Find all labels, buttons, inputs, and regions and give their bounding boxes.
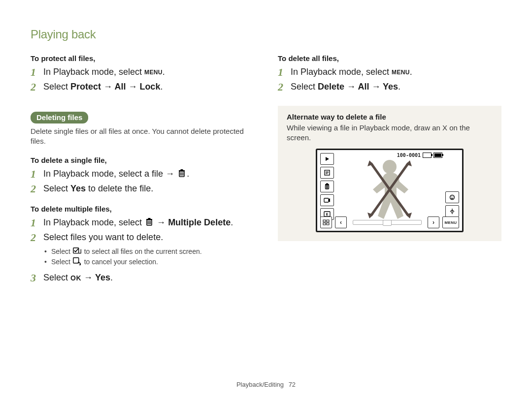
- step-text: .: [231, 217, 233, 227]
- next-icon: ›: [428, 216, 439, 228]
- sub-bullets: Select to select all files on the curren…: [43, 247, 254, 267]
- step-text: .: [398, 82, 400, 92]
- svg-rect-4: [179, 170, 185, 171]
- svg-rect-5: [181, 169, 183, 170]
- bullet-text: Select: [51, 258, 72, 266]
- step-text: Select files you want to delete.: [43, 232, 163, 242]
- page-footer: Playback/Editing 72: [0, 381, 532, 388]
- scrub-bar: [353, 220, 422, 225]
- lcd-menu-icon: MENU: [442, 216, 459, 228]
- cancel-selection-icon: [72, 257, 82, 266]
- step-text: Select: [43, 273, 70, 282]
- step-text: .: [110, 273, 113, 282]
- delete-single-heading: To delete a single file,: [31, 156, 254, 164]
- step-text: In Playback mode, select: [43, 67, 144, 77]
- step-strong: Protect → All → Lock: [70, 82, 160, 92]
- svg-rect-11: [148, 218, 151, 219]
- left-column: To protect all files, In Playback mode, …: [31, 54, 254, 294]
- person-silhouette: [363, 156, 417, 225]
- tip-box: Alternate way to delete a file While vie…: [278, 106, 501, 242]
- footer-page-number: 72: [289, 381, 296, 388]
- svg-rect-10: [146, 219, 152, 220]
- svg-rect-41: [327, 220, 329, 222]
- footer-section: Playback/Editing: [236, 381, 284, 388]
- svg-rect-40: [323, 220, 326, 222]
- step-text: In Playback mode, select: [43, 217, 144, 227]
- svg-rect-43: [327, 223, 329, 225]
- step-text: →: [81, 273, 95, 282]
- tip-heading: Alternate way to delete a file: [287, 113, 493, 121]
- bullet-text: Select: [51, 247, 72, 255]
- bullet-text: to select all files on the current scree…: [82, 247, 202, 255]
- step-strong: Yes: [70, 184, 86, 193]
- step-text: .: [160, 82, 163, 92]
- right-column: To delete all files, In Playback mode, s…: [278, 54, 501, 294]
- bullet-text: to cancel your selection.: [82, 258, 158, 266]
- delete-multi-heading: To delete multiple files,: [31, 205, 254, 213]
- step-strong: Yes: [95, 273, 110, 282]
- lcd-screenshot: 100-0001: [316, 149, 464, 232]
- ok-icon: OK: [70, 274, 81, 282]
- svg-rect-42: [323, 223, 326, 225]
- delete-all-steps: In Playback mode, select MENU. Select De…: [278, 65, 501, 94]
- deleting-files-desc: Delete single files or all files at once…: [31, 126, 254, 147]
- step-text: .: [187, 169, 189, 179]
- step-strong: Multiple Delete: [168, 217, 231, 227]
- protect-all-steps: In Playback mode, select MENU. Select Pr…: [31, 65, 254, 94]
- deleting-files-pill: Deleting files: [31, 112, 88, 123]
- step-text: to delete the file.: [86, 184, 153, 193]
- step-text: →: [154, 217, 168, 227]
- page-header: Playing back: [31, 28, 501, 41]
- step-text: .: [410, 67, 412, 77]
- protect-all-heading: To protect all files,: [31, 54, 254, 62]
- lcd-bottom-bar: ‹ › MENU: [320, 216, 459, 228]
- tip-desc: While viewing a file in Playback mode, d…: [287, 123, 493, 143]
- prev-icon: ‹: [335, 216, 347, 228]
- check-all-icon: [72, 247, 82, 255]
- trash-icon: [177, 168, 187, 177]
- delete-multi-steps: In Playback mode, select → Multiple Dele…: [31, 216, 254, 285]
- step-text: Select: [291, 82, 318, 92]
- step-text: In Playback mode, select: [291, 67, 392, 77]
- step-strong: Delete → All → Yes: [318, 82, 398, 92]
- trash-icon: [144, 217, 154, 226]
- step-text: .: [163, 67, 165, 77]
- menu-icon: MENU: [392, 69, 410, 76]
- step-text: In Playback mode, select a file →: [43, 169, 177, 179]
- menu-icon: MENU: [144, 69, 163, 76]
- step-text: Select: [43, 184, 70, 193]
- svg-point-33: [383, 160, 397, 174]
- delete-single-steps: In Playback mode, select a file → . Sele…: [31, 167, 254, 196]
- thumbnails-icon: [320, 216, 332, 228]
- delete-all-heading: To delete all files,: [278, 54, 501, 62]
- step-text: Select: [43, 82, 70, 92]
